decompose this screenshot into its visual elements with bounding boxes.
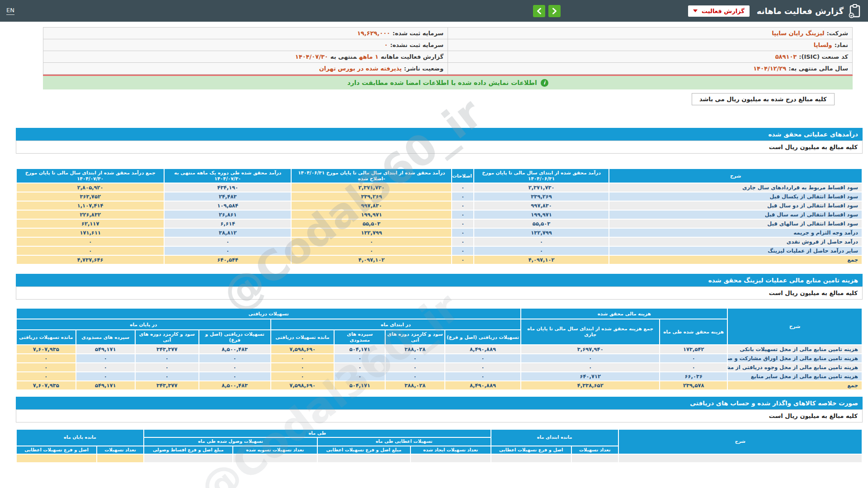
value-cell: ۰ — [452, 247, 473, 255]
section-operational-revenues: درآمدهای عملیاتی محقق شده کلیه مبالغ به … — [16, 128, 863, 265]
column-header: اصل و فرع تسهیلات اعطایی — [17, 446, 96, 454]
value-cell: ۰ — [386, 372, 444, 380]
table-row — [17, 455, 862, 462]
value-cell: ۰ — [386, 363, 444, 371]
value-cell: ۹۹۷,۸۳۰ — [292, 202, 451, 210]
table-row: سود اقساط انتقالی از سالهای قبل۵۵,۵۰۳۰۵۵… — [17, 220, 862, 228]
header-row: شرحهزینه مالی محقق شدهتسهیلات دریافتی — [17, 309, 862, 319]
value-cell: ۲,۳۷۱,۷۳۰ — [474, 183, 609, 192]
value-cell: ۱۷۳,۵۴۲ — [660, 345, 727, 353]
value-cell: ۷,۵۹۸,۶۹۰ — [271, 345, 334, 353]
info-cell: وضعیت ناشر:پذیرفته شده در بورس تهران — [43, 63, 448, 75]
info-cell: شرکت:لیزینگ رایان سایپا — [448, 28, 853, 39]
value-cell: ۰ — [660, 354, 727, 362]
column-header: شرح — [609, 169, 862, 183]
info-cell: سرمایه ثبت نشده:۰ — [43, 39, 448, 51]
info-value: ۱۴۰۴/۰۷/۳۰ — [295, 53, 328, 60]
value-cell: ۵۵,۵۰۳ — [292, 220, 451, 228]
sharh-header: شرح — [619, 430, 862, 454]
column-header: سپرده های مسدودی — [76, 330, 135, 344]
value-cell: ۰ — [76, 363, 135, 371]
info-row: سال مالی منتهی به:۱۴۰۴/۱۲/۲۹وضعیت ناشر:پ… — [43, 63, 853, 75]
table-row: درآمد وجه التزام و جریمه۱۳۲,۷۹۹۰۱۳۲,۷۹۹۳… — [17, 229, 862, 237]
column-header: تعداد تسهیلات ایجاد شده — [411, 446, 491, 454]
section-transferred-goods: صورت خلاصه کالاهای واگذار شده و حساب های… — [16, 397, 863, 464]
company-info-body: شرکت:لیزینگ رایان سایپاسرمایه ثبت شده:۱۹… — [43, 28, 853, 75]
value-cell: ۰ — [199, 372, 270, 380]
collected-group: تسهیلات وصول شده طی ماه — [144, 438, 317, 446]
info-cell: سرمایه ثبت شده:۱۹,۶۲۹,۰۰۰ — [43, 28, 448, 39]
value-cell: ۹۹۷,۸۳۰ — [474, 202, 609, 210]
value-cell: ۰ — [271, 354, 334, 362]
section-note-financing: کلیه مبالغ به میلیون ریال است — [16, 286, 863, 300]
info-value: ولساپا — [814, 42, 832, 48]
report-type-dropdown[interactable]: گزارش فعالیت — [688, 5, 750, 17]
value-cell: ۰ — [452, 183, 473, 192]
value-cell: ۰ — [17, 238, 164, 246]
value-cell: ۰ — [165, 247, 291, 255]
value-cell: ۰ — [452, 202, 473, 210]
value-cell: ۰ — [165, 238, 291, 246]
value-cell: ۶۴۰,۷۱۲ — [521, 372, 659, 380]
row-label-cell — [619, 455, 862, 462]
info-label: کد صنعت (ISIC): — [799, 53, 848, 60]
info-value: ۱۴۰۴/۱۲/۲۹ — [753, 65, 786, 72]
section-note-goods: کلیه مبالغ به میلیون ریال است — [16, 409, 863, 422]
value-cell: ۶۲,۱۱۷ — [17, 220, 164, 228]
value-cell: ۰ — [17, 372, 75, 380]
value-cell — [17, 455, 96, 462]
info-label: گزارش فعالیت ماهانه — [381, 53, 443, 60]
value-cell: ۳۶۳,۷۵۲ — [17, 192, 164, 201]
info-value: ۵۸۹۱۰۳ — [775, 53, 797, 60]
next-report-button[interactable] — [548, 5, 561, 17]
column-header: جمع درآمد محقق شده از ابتدای سال مالی تا… — [17, 169, 164, 183]
page: گزارش فعالیت ماهانه گزارش فعالیت EN شرکت… — [0, 0, 868, 488]
row-label-cell: سود اقساط مربوط به قراردادهای سال جاری — [609, 183, 862, 192]
header-row: شرحدرآمد محقق شده از ابتدای سال مالی تا … — [17, 169, 862, 183]
signature-match-banner: i اطلاعات نمایش داده شده با اطلاعات امضا… — [43, 75, 853, 89]
value-cell: ۶,۶۱۴ — [165, 220, 291, 228]
value-cell: ۳,۶۹۷,۹۴۰ — [521, 345, 659, 353]
info-label: سرمایه ثبت شده: — [392, 30, 443, 37]
value-cell: ۰ — [335, 354, 385, 362]
monthly-report-clipboard-icon — [848, 4, 862, 18]
value-cell: ۰ — [452, 229, 473, 237]
info-label: وضعیت ناشر: — [404, 65, 443, 72]
info-row: نماد:ولساپاسرمایه ثبت نشده:۰ — [43, 39, 853, 51]
value-cell: ۳۸,۸۱۲ — [165, 229, 291, 237]
info-row: کد صنعت (ISIC):۵۸۹۱۰۳گزارش فعالیت ماهانه… — [43, 51, 853, 63]
row-label-cell: هزینه تامین منابع مالی از محل تسهیلات با… — [728, 345, 862, 353]
revenues-table: شرحدرآمد محقق شده از ابتدای سال مالی تا … — [16, 168, 863, 265]
language-toggle-en[interactable]: EN — [6, 7, 14, 15]
sharh-header: شرح — [728, 309, 862, 344]
section-header-revenues: درآمدهای عملیاتی محقق شده — [16, 128, 863, 141]
end-of-month-group: در پایان ماه — [17, 319, 270, 329]
column-header: تعداد تسهیلات — [97, 446, 143, 454]
value-cell: ۱۹۹,۹۷۱ — [292, 211, 451, 219]
row-label-cell: سایر درآمد حاصل از عملیات لیزینگ — [609, 247, 862, 255]
row-label-cell: سود اقساط انتقالی از دو سال قبل — [609, 202, 862, 210]
value-cell: ۰ — [271, 363, 334, 371]
value-cell: ۰ — [292, 247, 451, 255]
value-cell — [491, 455, 571, 462]
value-cell: ۰ — [17, 363, 75, 371]
column-header: مبلغ اصل و فرع تسهیلات اعطایی — [318, 446, 410, 454]
fin-group-header: هزینه مالی محقق شده — [521, 309, 727, 319]
column-header: سود و کارمزد دوره های آتی — [136, 330, 198, 344]
total-label-cell: جمع — [728, 381, 862, 389]
row-label-cell: سود اقساط انتقالی از یکسال قبل — [609, 192, 862, 201]
info-cell: گزارش فعالیت ماهانه۱ ماههمنتهی به۱۴۰۴/۰۷… — [43, 51, 448, 63]
value-cell: ۱,۱۰۷,۴۱۴ — [17, 202, 164, 210]
info-cell: سال مالی منتهی به:۱۴۰۴/۱۲/۲۹ — [448, 63, 853, 75]
value-cell: ۰ — [521, 363, 659, 371]
value-cell: ۱۳۲,۷۹۹ — [292, 229, 451, 237]
value-cell: ۵۰۴,۱۷۱ — [335, 345, 385, 353]
value-cell: ۷,۶۰۷,۹۳۵ — [17, 345, 75, 353]
report-nav-buttons — [533, 5, 561, 17]
value-cell: ۴۳۴,۱۹۰ — [165, 183, 291, 192]
amounts-note-box: کلیه مبالغ درج شده به میلیون ریال می باش… — [692, 93, 835, 105]
info-cell: کد صنعت (ISIC):۵۸۹۱۰۳ — [448, 51, 853, 63]
value-cell: ۰ — [292, 238, 451, 246]
prev-report-button[interactable] — [533, 5, 545, 17]
info-value: ۰ — [384, 42, 388, 48]
